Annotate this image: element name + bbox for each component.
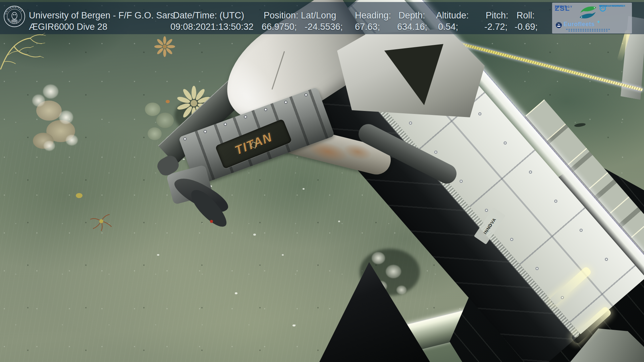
brittle-star: [88, 211, 115, 231]
sponsor-logo-panel: ZSL INSTITUTE OF ZOOLOGY MARINE & FRESHW…: [552, 3, 632, 34]
eurofleets-name: Eurofleets: [564, 21, 595, 28]
altitude-value: 0.54;: [438, 21, 458, 32]
heading-value: 67.63;: [355, 21, 380, 32]
basket-star-coral: [0, 29, 48, 72]
altitude-label: Altitude:: [436, 10, 469, 21]
pitch-label: Pitch:: [486, 10, 508, 21]
crinoid-small: [154, 36, 176, 58]
depth-value: 634.16;: [397, 21, 427, 32]
pitch-value: -2.72;: [484, 21, 507, 32]
telemetry-bar: UNIVERSITAS BERGENSIS University of Berg…: [0, 2, 644, 34]
university-seal-icon: UNIVERSITAS BERGENSIS: [3, 5, 25, 27]
gripper-marker: [210, 220, 213, 223]
heading-label: Heading:: [355, 10, 391, 21]
position-label: Position: Lat/Long: [264, 10, 336, 21]
clevis-slot: [378, 43, 452, 108]
zsl-line3: ZOOLOGY: [555, 5, 573, 8]
eurofleets-logo: Eurofleets +: [555, 21, 629, 29]
mfri-line2: RESEARCH INSTITUTE: [599, 5, 623, 7]
rov-video-frame: INNOVA TITAN ◇ UNIVERSITAS BERGENSIS: [0, 0, 644, 362]
vehicle-dive: ÆGIR6000 Dive 28: [29, 21, 107, 32]
latitude-value: 66.9750;: [262, 21, 297, 32]
datetime-value: 09:08:2021:13:50:32: [170, 21, 254, 32]
yellow-fragment: [76, 193, 83, 198]
eurofleets-fineprint: [566, 29, 610, 32]
roll-label: Roll:: [517, 10, 535, 21]
roll-value: -0.69;: [515, 21, 538, 32]
fish-pair-icon: [578, 4, 598, 21]
eurofleets-plus: +: [597, 19, 600, 24]
longitude-value: -24.5536;: [305, 21, 343, 32]
org-title: University of Bergen - F/F G.O. Sars: [29, 10, 175, 21]
eurofleets-ship-icon: [555, 22, 562, 28]
depth-label: Depth:: [398, 10, 425, 21]
datetime-label: Date/Time: (UTC): [173, 10, 244, 21]
